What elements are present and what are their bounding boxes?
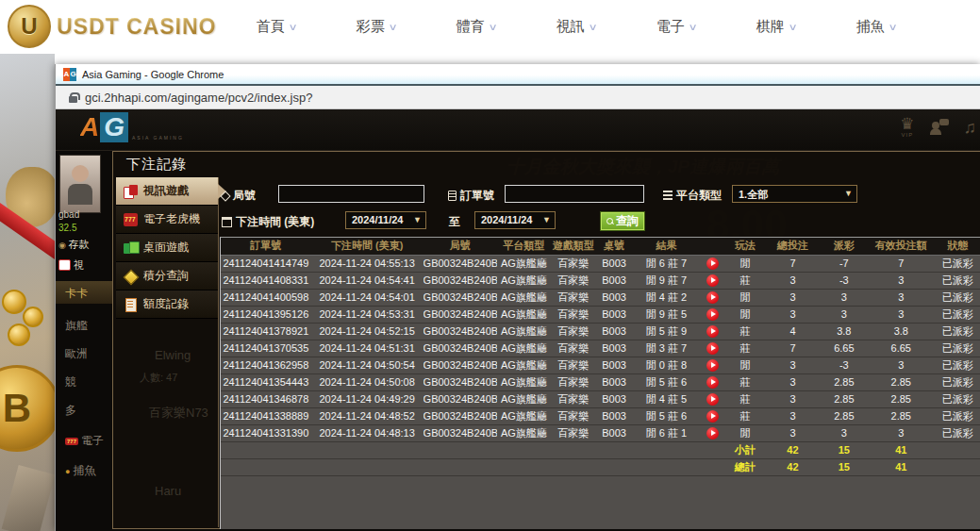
bet-table-area: 訂單號下注時間 (美東)局號平台類型遊戲類型桌號結果玩法總投注派彩有效投注額狀態… <box>220 237 980 529</box>
cell-game_type: 百家樂 <box>551 340 596 357</box>
replay-button[interactable] <box>706 291 719 304</box>
nav-item-3[interactable]: 視訊∨ <box>526 0 626 54</box>
date-from-select[interactable]: 2024/11/24▼ <box>345 211 426 229</box>
lobby-menu-item-5[interactable]: 電子 <box>56 428 112 451</box>
to-label: 至 <box>449 214 460 230</box>
customer-service-icon[interactable] <box>930 119 949 136</box>
cell-play: 莊 <box>725 373 765 390</box>
panel-menu-item-4[interactable]: 額度記錄 <box>116 290 218 319</box>
lobby-menu-item-4[interactable]: 多 <box>56 398 112 421</box>
cell-play: 莊 <box>725 323 765 340</box>
cell-game: GB00324B240BX <box>424 255 498 272</box>
cell-game_type: 百家樂 <box>551 373 596 390</box>
deposit-button[interactable]: 存款 <box>58 238 90 252</box>
cell-play_btn <box>701 373 725 390</box>
subtotal-payout: 15 <box>821 441 868 458</box>
replay-button[interactable] <box>706 427 719 440</box>
chevron-down-icon: ∨ <box>588 22 597 32</box>
panel-menu-label: 視訊遊戲 <box>143 183 189 199</box>
cell-result: 閒 5 莊 9 <box>632 323 701 340</box>
lobby-menu-item-1[interactable]: 旗艦 <box>56 313 112 336</box>
cell-game_type: 百家樂 <box>551 289 596 306</box>
cell-bet: 4 <box>765 323 820 340</box>
panel-menu-item-2[interactable]: 桌面遊戲 <box>116 234 218 262</box>
cell-order: 241124041414749 <box>221 255 311 272</box>
lock-icon <box>69 92 77 103</box>
vip-icon[interactable]: ♛VIP <box>900 117 914 138</box>
coin-art <box>2 290 26 314</box>
lobby-menu-item-2[interactable]: 歐洲 <box>56 341 112 364</box>
nav-item-1[interactable]: 彩票∨ <box>326 0 426 54</box>
cell-play_btn <box>701 407 725 424</box>
game-no-input[interactable] <box>278 185 424 203</box>
panel-menu-item-0[interactable]: 視訊遊戲 <box>116 177 218 206</box>
lobby-menu-item-6[interactable]: 捕魚 <box>56 458 112 481</box>
replay-button[interactable] <box>706 257 719 270</box>
cell-game_type: 百家樂 <box>551 424 596 441</box>
platform-type-select[interactable]: 1.全部▼ <box>732 185 857 203</box>
nav-item-0[interactable]: 首頁∨ <box>226 0 326 54</box>
replay-button[interactable] <box>706 410 719 423</box>
cell-order: 241124041331390 <box>221 424 311 441</box>
cell-play: 閒 <box>725 306 765 323</box>
cell-game_type: 百家樂 <box>551 255 596 272</box>
col-header-5: 桌號 <box>596 238 632 255</box>
cell-play_btn <box>701 306 725 323</box>
replay-button[interactable] <box>706 359 719 372</box>
panel-menu-item-1[interactable]: 電子老虎機 <box>116 206 218 234</box>
background-dealer-label: Elwing <box>155 348 191 362</box>
table-row: 2411240413388892024-11-24 04:48:52GB0032… <box>221 407 980 424</box>
replay-button[interactable] <box>706 325 719 338</box>
query-button[interactable]: 查詢 <box>600 211 645 231</box>
cell-bet: 3 <box>765 289 820 306</box>
date-to-select[interactable]: 2024/11/24▼ <box>474 211 556 229</box>
nav-label: 電子 <box>656 18 685 36</box>
cell-bet: 3 <box>765 357 820 373</box>
cell-order: 241124041400598 <box>221 289 311 306</box>
cell-play_btn <box>701 357 725 373</box>
video-games-lobby-item[interactable]: 視 <box>58 258 84 273</box>
replay-button[interactable] <box>706 308 719 321</box>
cell-platform: AG旗艦廳 <box>497 255 550 272</box>
window-title: Asia Gaming - Google Chrome <box>82 69 224 80</box>
play-icon <box>711 345 716 351</box>
nav-item-5[interactable]: 棋牌∨ <box>726 0 826 54</box>
table-row: 2411240413468782024-11-24 04:49:29GB0032… <box>221 390 980 407</box>
panel-menu-item-3[interactable]: 積分查詢 <box>116 262 218 290</box>
chrome-urlbar[interactable]: gci.2hhapi.com/agingame/pcv2/index.jsp? <box>56 86 980 109</box>
col-header-7 <box>701 238 725 255</box>
replay-button[interactable] <box>706 393 719 406</box>
table-row: 2411240413705352024-11-24 04:51:31GB0032… <box>221 340 980 357</box>
music-icon[interactable]: ♫ <box>964 118 977 138</box>
lobby-menu-item-3[interactable]: 競 <box>56 370 112 392</box>
nav-item-2[interactable]: 體育∨ <box>426 0 526 54</box>
nav-item-4[interactable]: 電子∨ <box>626 0 726 54</box>
cell-play: 莊 <box>725 390 765 407</box>
play-icon <box>711 260 716 266</box>
replay-button[interactable] <box>706 342 719 355</box>
calendar-icon <box>222 217 232 227</box>
cell-order: 241124041338889 <box>221 407 311 424</box>
cell-game: GB00324B240BP <box>424 373 498 390</box>
cell-valid: 3.8 <box>868 323 935 340</box>
cell-game_type: 百家樂 <box>551 407 596 424</box>
chrome-titlebar[interactable]: AG Asia Gaming - Google Chrome <box>56 64 980 86</box>
order-no-input[interactable] <box>505 185 644 203</box>
cell-bet: 3 <box>765 272 820 289</box>
search-icon <box>606 218 614 225</box>
cell-game: GB00324B240BO <box>424 390 498 407</box>
nav-item-6[interactable]: 捕魚∨ <box>826 0 926 54</box>
cell-play: 莊 <box>725 407 765 424</box>
cell-valid: 2.85 <box>868 407 935 424</box>
ag-logo[interactable]: AG ASIA GAMING <box>80 112 184 142</box>
replay-button[interactable] <box>706 274 719 287</box>
chevron-down-icon: ∨ <box>388 22 397 32</box>
cell-play_btn <box>701 272 725 289</box>
site-logo[interactable]: U USDT CASINO <box>8 5 216 48</box>
lobby-menu-item-0[interactable]: 卡卡 <box>56 281 112 304</box>
replay-button[interactable] <box>706 376 719 389</box>
table-row: 2411240413313902024-11-24 04:48:13GB0032… <box>221 424 980 441</box>
bet-time-label: 下注時間 (美東) <box>222 214 314 230</box>
background-dealer-label: Haru <box>155 484 181 498</box>
nav-label: 棋牌 <box>756 18 785 36</box>
